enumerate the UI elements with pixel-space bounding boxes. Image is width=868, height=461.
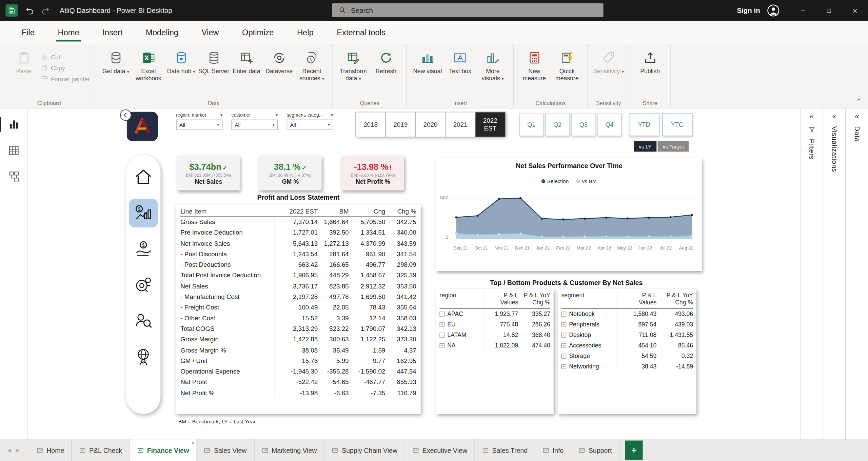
menu-file[interactable]: File xyxy=(10,21,46,44)
year-2021-button[interactable]: 2021 xyxy=(445,112,476,137)
report-view-button[interactable] xyxy=(4,116,23,133)
year-2020-button[interactable]: 2020 xyxy=(415,112,446,137)
page-tab-executive-view[interactable]: Executive View xyxy=(405,439,475,461)
expand-panel-button[interactable]: « xyxy=(832,112,836,121)
expand-icon[interactable]: + xyxy=(561,354,567,359)
quarter-q3-button[interactable]: Q3 xyxy=(571,113,596,136)
page-tab-finance-view[interactable]: Finance View× xyxy=(130,439,197,461)
year-2022-est-button[interactable]: 2022 EST xyxy=(475,112,506,137)
data-hub-button[interactable]: Data hub ▾ xyxy=(166,46,197,75)
page-tab-support[interactable]: Support xyxy=(571,439,619,461)
filter-dropdown[interactable]: All▾ xyxy=(287,120,333,130)
nav-executive-button[interactable] xyxy=(129,343,158,372)
redo-button[interactable] xyxy=(38,3,53,18)
expand-icon[interactable]: + xyxy=(439,312,445,317)
save-button[interactable] xyxy=(5,4,18,17)
table-row[interactable]: +Notebook1,580.43493.06 xyxy=(561,309,693,319)
menu-home[interactable]: Home xyxy=(46,21,91,44)
sign-in-button[interactable]: Sign in xyxy=(737,7,760,15)
quarter-q1-button[interactable]: Q1 xyxy=(519,113,544,136)
get-data-button[interactable]: Get data ▾ xyxy=(100,46,131,75)
nav-home-button[interactable] xyxy=(129,163,158,192)
table-row[interactable]: Net Invoice Sales5,643.131,272.134,370.9… xyxy=(180,238,416,249)
page-tab-p-l-check[interactable]: P&L Check xyxy=(72,439,130,461)
dataverse-button[interactable]: Dataverse xyxy=(263,46,294,75)
transform-data-button[interactable]: Transform data ▾ xyxy=(338,46,369,82)
enter-data-button[interactable]: Enter data xyxy=(231,46,262,75)
table-row[interactable]: +APAC1,923.77335.27 xyxy=(439,309,550,319)
menu-insert[interactable]: Insert xyxy=(91,21,134,44)
table-row[interactable]: Total COGS2,313.29523.221,790.07342.13 xyxy=(180,324,416,335)
kpi-card-gm[interactable]: 38.1 %✓BM: 36.49 % (+4.87%)GM % xyxy=(259,156,321,190)
undo-button[interactable] xyxy=(22,3,38,18)
page-tab-sales-view[interactable]: Sales View xyxy=(197,439,254,461)
net-sales-chart[interactable]: Net Sales Performance Over Time Selectio… xyxy=(436,158,702,271)
menu-modeling[interactable]: Modeling xyxy=(134,21,190,44)
tabs-scroll-right-button[interactable]: ▸ xyxy=(16,447,19,454)
nav-finance-button[interactable]: $ xyxy=(129,199,158,227)
more-visuals-button[interactable]: More visuals ▾ xyxy=(477,46,508,82)
table-row[interactable]: Net Profit-522.42-54.65-467.77855.93 xyxy=(180,377,416,388)
legend-item[interactable]: vs BM xyxy=(576,178,596,184)
tabs-scroll-left-button[interactable]: ◂ xyxy=(8,447,11,454)
compare-vs-ly-button[interactable]: vs LY xyxy=(634,141,656,152)
page-tab-marketing-view[interactable]: Marketing View xyxy=(254,439,324,461)
table-row[interactable]: - Post Discounts1,243.54281.64961.90341.… xyxy=(180,249,416,260)
expand-icon[interactable]: + xyxy=(439,333,445,338)
refresh-button[interactable]: Refresh xyxy=(371,46,401,75)
expand-icon[interactable]: + xyxy=(561,333,567,338)
period-ytd-button[interactable]: YTD xyxy=(629,113,659,136)
table-row[interactable]: Gross Margin1,422.88300.631,122.25373.30 xyxy=(180,335,416,345)
table-row[interactable]: +Storage54.590.32 xyxy=(561,351,693,361)
table-row[interactable]: - Freight Cost100.4922.0578.43355.64 xyxy=(180,302,416,313)
table-row[interactable]: +Networking38.43-14.89 xyxy=(561,361,693,372)
menu-view[interactable]: View xyxy=(190,21,230,44)
nav-customer-button[interactable] xyxy=(129,306,158,335)
table-row[interactable]: - Post Deductions663.42166.65496.77298.0… xyxy=(180,260,416,270)
compare-vs-target-button[interactable]: vs Target xyxy=(658,141,689,152)
ribbon-collapse-button[interactable] xyxy=(856,95,863,105)
minimize-button[interactable] xyxy=(790,0,816,21)
maximize-button[interactable] xyxy=(816,0,842,21)
excel-workbook-button[interactable]: Excel workbook xyxy=(133,46,164,82)
table-row[interactable]: Total Post Invoice Deduction1,906.95448.… xyxy=(180,270,416,281)
table-row[interactable]: Net Profit %-13.98-6.63-7.35110.79 xyxy=(180,388,416,399)
table-row[interactable]: Operational Expense-1,945.30-355.28-1,59… xyxy=(180,366,416,377)
user-avatar-icon[interactable] xyxy=(767,4,780,17)
filter-dropdown[interactable]: All▾ xyxy=(176,120,222,130)
table-row[interactable]: +LATAM14.82368.40 xyxy=(439,330,550,340)
nav-marketing-button[interactable] xyxy=(129,270,158,299)
table-row[interactable]: - Manufacturing Cost2,197.28497.781,699.… xyxy=(180,292,416,303)
legend-item[interactable]: Selection xyxy=(541,178,569,184)
table-row[interactable]: +Peripherals897.54439.03 xyxy=(561,319,693,330)
table-row[interactable]: +NA1,022.09474.40 xyxy=(439,340,550,351)
new-visual-button[interactable]: New visual xyxy=(412,46,443,75)
close-tab-icon[interactable]: × xyxy=(192,440,195,445)
year-2018-button[interactable]: 2018 xyxy=(355,112,386,137)
page-tab-home[interactable]: Home xyxy=(29,439,72,461)
model-view-button[interactable] xyxy=(4,168,23,185)
kpi-card-net-profit[interactable]: -13.98 %!BM: -6.63 % (-110.79%)Net Profi… xyxy=(341,156,404,190)
table-row[interactable]: GM / Unit15.765.999.77162.95 xyxy=(180,356,416,367)
menu-optimize[interactable]: Optimize xyxy=(231,21,285,44)
table-row[interactable]: Gross Margin %38.0836.491.594.37 xyxy=(180,345,416,356)
page-tab-supply-chain-view[interactable]: Supply Chain View xyxy=(324,439,405,461)
table-row[interactable]: - Other Cost15.523.3912.14358.03 xyxy=(180,313,416,324)
expand-icon[interactable]: + xyxy=(439,343,445,348)
sql-server-button[interactable]: SQL Server xyxy=(198,46,229,75)
table-row[interactable]: +Desktop711.081,431.55 xyxy=(561,330,693,340)
year-2019-button[interactable]: 2019 xyxy=(385,112,416,137)
table-row[interactable]: Net Sales3,736.17823.852,912.32353.50 xyxy=(180,281,416,292)
expand-panel-button[interactable]: « xyxy=(855,112,859,121)
table-view-button[interactable] xyxy=(4,142,23,159)
text-box-button[interactable]: Text box xyxy=(445,46,475,75)
table-row[interactable]: +EU775.48286.26 xyxy=(439,319,550,330)
quarter-q4-button[interactable]: Q4 xyxy=(597,113,622,136)
page-tab-info[interactable]: Info xyxy=(535,439,571,461)
back-button[interactable] xyxy=(120,109,132,121)
table-row[interactable]: Pre Invoice Deduction1,727.01392.501,334… xyxy=(180,228,416,239)
add-page-button[interactable]: + xyxy=(625,441,643,460)
close-button[interactable] xyxy=(842,0,868,21)
expand-icon[interactable]: + xyxy=(561,322,567,327)
new-measure-button[interactable]: New measure xyxy=(519,46,550,82)
